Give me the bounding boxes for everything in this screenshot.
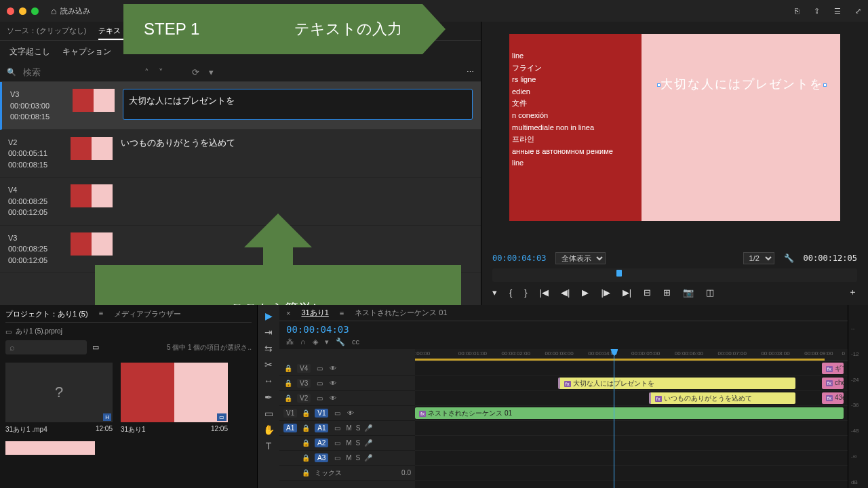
quick-export-icon[interactable]: ⎘ [795, 7, 800, 15]
clip[interactable]: fxいつものありがとうを込めて [649, 392, 796, 404]
link-icon[interactable]: ∩ [300, 338, 306, 346]
tab-media-browser[interactable]: メディアブラウザー [114, 309, 181, 319]
clip[interactable]: fxギフ [822, 363, 844, 374]
compare-icon[interactable]: ◫ [706, 287, 714, 298]
extract-icon[interactable]: ⊞ [663, 287, 671, 298]
track-header-a1[interactable]: A1🔒A1▭MS🎤 [279, 421, 415, 436]
maximize-window[interactable] [31, 7, 39, 15]
caption-text-input[interactable]: 大切な人にはプレゼントを [123, 89, 473, 120]
search-input[interactable] [23, 67, 138, 77]
share-icon[interactable]: ⇪ [814, 7, 820, 15]
caret-up-icon[interactable]: ˄ [144, 67, 149, 77]
selection-tool-icon[interactable]: ▶ [265, 310, 273, 321]
track-v4: fxギフ [415, 361, 848, 376]
tab-project[interactable]: プロジェクト：あり1 (5) [5, 309, 88, 319]
track-header-v1[interactable]: V1🔒V1▭👁 [279, 406, 415, 421]
monitor-scrubber[interactable] [492, 268, 857, 282]
bin-icon[interactable]: ▭ [5, 328, 12, 336]
search-icon[interactable]: 🔍 [7, 68, 16, 77]
tab-source[interactable]: ソース：(クリップなし) [7, 26, 86, 40]
preview-area[interactable]: line フライン rs ligne edien 文件 n conexión m… [481, 22, 868, 249]
goto-in-icon[interactable]: |◀ [540, 287, 549, 298]
refresh-icon[interactable]: ⟳ [192, 67, 199, 77]
clip[interactable]: fx大切な人にはプレゼントを [558, 378, 796, 389]
project-scrub-bar[interactable] [5, 441, 95, 455]
goto-out-icon[interactable]: ▶| [623, 287, 631, 298]
track-header-v3[interactable]: 🔒V3▭👁 [279, 376, 415, 391]
timeline-timecode[interactable]: 00:00:04:03 [286, 324, 349, 335]
track-header-mix: 🔒ミックス0.0 [279, 466, 415, 481]
hand-tool-icon[interactable]: ✋ [263, 424, 275, 435]
ripple-tool-icon[interactable]: ⇆ [264, 343, 273, 354]
sequence-tab[interactable]: 31あり1 [301, 308, 328, 318]
step-number: STEP 1 [144, 20, 199, 39]
type-tool-icon[interactable]: T [266, 441, 272, 451]
project-item[interactable]: ▭ 31あり112:05 [121, 363, 228, 434]
minimize-window[interactable] [19, 7, 26, 15]
caption-row[interactable]: V300:00:03:0000:00:08:15 大切な人にはプレゼントを [0, 82, 481, 130]
close-window[interactable] [7, 7, 14, 15]
playhead[interactable] [614, 349, 614, 488]
track-header-a3[interactable]: 🔒A3▭MS🎤 [279, 451, 415, 466]
caption-row[interactable]: V200:00:05:1100:00:08:15 いつものありがとうを込めて [0, 130, 481, 178]
track-header-v2[interactable]: 🔒V2▭👁 [279, 391, 415, 406]
project-filter-icon[interactable]: ▭ [92, 343, 99, 352]
caret-down-icon[interactable]: ˅ [159, 67, 163, 77]
close-seq-icon[interactable]: × [286, 309, 290, 317]
caption-thumb [71, 232, 113, 256]
export-frame-icon[interactable]: 📷 [683, 287, 694, 298]
titlebar-right: ⎘ ⇪ ☰ ⤢ [783, 7, 861, 16]
subtab-transcribe[interactable]: 文字起こし [9, 46, 50, 58]
button-editor-icon[interactable]: ＋ [848, 286, 857, 298]
rectangle-tool-icon[interactable]: ▭ [264, 408, 273, 419]
more-icon[interactable]: ⋯ [467, 68, 474, 77]
menu-icon[interactable]: ☰ [834, 7, 841, 15]
step-fwd-icon[interactable]: |▶ [601, 287, 610, 298]
snap-icon[interactable]: ⁂ [286, 338, 294, 346]
preview-text-overlay[interactable]: 大切な人にはプレゼントを [657, 75, 827, 94]
tab-dropdown-icon[interactable]: ≡ [99, 309, 103, 319]
track-header-v4[interactable]: 🔒V4▭👁 [279, 361, 415, 376]
settings-icon[interactable]: ▾ [325, 338, 329, 346]
window-controls [7, 7, 39, 15]
project-item[interactable]: H 31あり1 .mp412:05 [5, 363, 113, 434]
pen-tool-icon[interactable]: ✒ [264, 392, 273, 403]
track-header-a2[interactable]: 🔒A2▭MS🎤 [279, 436, 415, 451]
timeline-tracks[interactable]: :00:00 00:00:01:00 00:00:02:00 00:00:03:… [415, 349, 848, 488]
in-bracket-icon[interactable]: { [509, 287, 512, 298]
filter-icon[interactable]: ▾ [209, 67, 214, 77]
caption-text: いつものありがとうを込めて [121, 137, 473, 149]
project-panel: プロジェクト：あり1 (5) ≡ メディアブラウザー ▭あり1 (5).prpr… [0, 305, 258, 488]
fullscreen-icon[interactable]: ⤢ [855, 7, 861, 15]
program-monitor: line フライン rs ligne edien 文件 n conexión m… [481, 22, 868, 305]
cc-icon[interactable]: cc [352, 338, 359, 346]
out-bracket-icon[interactable]: } [524, 287, 527, 298]
timecode-current[interactable]: 00:00:04:03 [492, 253, 546, 263]
fit-select[interactable]: 全体表示 [555, 252, 606, 264]
wrench-icon[interactable]: 🔧 [336, 338, 345, 346]
timecode-duration: 00:00:12:05 [804, 253, 857, 263]
clip[interactable]: fxchoigi [822, 378, 844, 389]
step-back-icon[interactable]: ◀| [561, 287, 570, 298]
play-icon[interactable]: ▶ [582, 287, 589, 298]
clip[interactable]: fx43e8b [822, 392, 844, 404]
slip-tool-icon[interactable]: ↔ [264, 375, 273, 386]
home-icon[interactable]: ⌂ [51, 5, 56, 16]
marker-icon[interactable]: ▾ [492, 287, 497, 298]
razor-tool-icon[interactable]: ✂ [264, 359, 273, 370]
wrench-icon[interactable]: 🔧 [784, 253, 794, 263]
project-thumb: H [5, 363, 113, 422]
time-ruler[interactable]: :00:00 00:00:01:00 00:00:02:00 00:00:03:… [415, 349, 848, 361]
clip[interactable]: fxネストされたシーケンス 01 [415, 407, 844, 419]
lift-icon[interactable]: ⊟ [644, 287, 651, 298]
sequence-tab[interactable]: ネストされたシーケンス 01 [355, 308, 447, 318]
marker-add-icon[interactable]: ◈ [313, 338, 318, 346]
caption-toolbar: 🔍 ˄ ˅ ⟳ ▾ ⋯ [0, 63, 481, 82]
zoom-select[interactable]: 1/2 [743, 252, 774, 264]
caption-row[interactable]: V400:00:08:2500:00:12:05 [0, 178, 481, 226]
subtab-caption[interactable]: キャプション [62, 46, 111, 58]
workspace-label[interactable]: 読み込み [60, 6, 90, 16]
track-select-tool-icon[interactable]: ⇥ [264, 327, 273, 338]
project-search[interactable] [5, 340, 87, 354]
tab-menu-icon[interactable]: ≡ [340, 309, 344, 317]
